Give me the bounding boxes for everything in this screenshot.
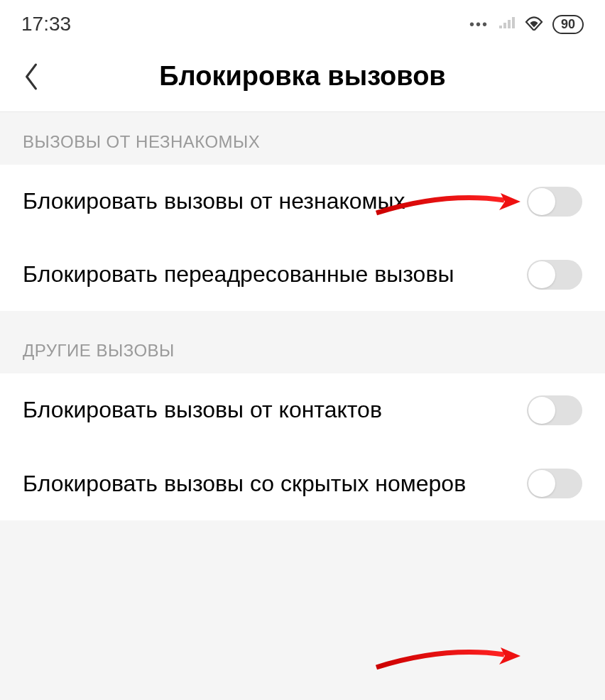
back-button[interactable] xyxy=(14,63,48,90)
setting-block-forwarded[interactable]: Блокировать переадресованные вызовы xyxy=(0,238,605,311)
settings-list-unknown: Блокировать вызовы от незнакомых Блокиро… xyxy=(0,165,605,311)
status-icons: ••• 90 xyxy=(469,15,584,34)
toggle-knob xyxy=(528,397,555,424)
toggle-block-forwarded[interactable] xyxy=(527,260,582,290)
toggle-block-unknown[interactable] xyxy=(527,187,582,217)
status-time: 17:33 xyxy=(21,13,71,35)
toggle-knob xyxy=(528,261,555,288)
battery-icon: 90 xyxy=(552,15,584,34)
more-dots-icon: ••• xyxy=(469,16,489,33)
status-bar: 17:33 ••• 90 xyxy=(0,0,605,44)
setting-label: Блокировать переадресованные вызовы xyxy=(23,259,527,290)
setting-label: Блокировать вызовы от незнакомых xyxy=(23,186,527,217)
header: Блокировка вызовов xyxy=(0,44,605,112)
toggle-knob xyxy=(528,188,555,215)
section-header-unknown: ВЫЗОВЫ ОТ НЕЗНАКОМЫХ xyxy=(0,112,605,165)
toggle-block-hidden[interactable] xyxy=(527,469,582,498)
settings-list-other: Блокировать вызовы от контактов Блокиров… xyxy=(0,373,605,520)
signal-icon xyxy=(497,16,516,33)
section-header-other: ДРУГИЕ ВЫЗОВЫ xyxy=(0,321,605,373)
page-title: Блокировка вызовов xyxy=(48,61,557,92)
setting-label: Блокировать вызовы от контактов xyxy=(23,395,527,425)
toggle-block-contacts[interactable] xyxy=(527,395,582,425)
wifi-icon xyxy=(524,15,544,33)
setting-block-unknown[interactable]: Блокировать вызовы от незнакомых xyxy=(0,165,605,238)
toggle-knob xyxy=(528,470,555,497)
setting-block-contacts[interactable]: Блокировать вызовы от контактов xyxy=(0,373,605,447)
setting-label: Блокировать вызовы со скрытых номеров xyxy=(23,469,527,499)
section-gap xyxy=(0,311,605,321)
setting-block-hidden[interactable]: Блокировать вызовы со скрытых номеров xyxy=(0,447,605,520)
arrow-annotation-icon xyxy=(373,639,529,677)
